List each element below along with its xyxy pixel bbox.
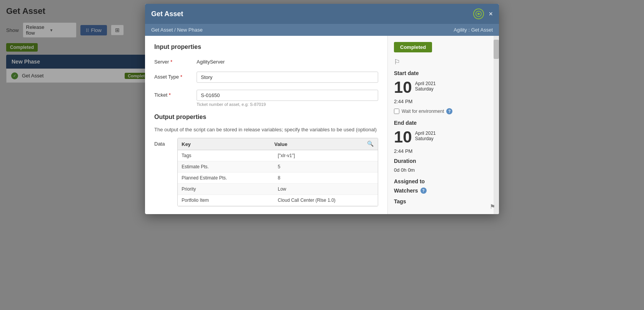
start-day: 10 [394,79,412,96]
asset-type-input[interactable] [197,72,378,83]
sidebar-scrollbar[interactable] [494,36,499,214]
dialog-breadcrumb: Get Asset / New Phase [151,27,203,33]
output-desc: The output of the script can be stored i… [154,127,378,132]
dialog-title: Get Asset [151,10,183,18]
ticket-hint: Ticket number of asset, e.g: S-87019 [197,102,378,107]
asset-type-label: Asset Type * [154,72,197,80]
wait-env-checkbox[interactable] [394,109,399,114]
table-cell-key: Tags [182,153,278,158]
server-required: * [170,59,172,65]
dialog-body: Input properties Server * AgilityServer … [145,36,499,214]
dialog: Get Asset × Get Asset / New Phase Agilit… [145,4,499,214]
table-cell-value: 5 [278,164,374,169]
wait-env-help-icon[interactable]: ? [446,108,452,114]
data-table-body: Tags ["xlr-v1"] Estimate Pts. 5 Planned … [178,150,378,206]
duration-title: Duration [394,158,493,164]
watchers-title: Watchers [394,188,418,194]
table-row: Portfolio Item Cloud Call Center (Rlse 1… [178,195,378,206]
value-column-header: Value [274,141,367,147]
table-cell-key: Planned Estimate Pts. [182,175,278,181]
start-month-year: April 2021 [415,81,436,86]
data-table-header: Key Value 🔍 [178,138,378,150]
end-month-year: April 2021 [415,131,436,136]
close-button[interactable]: × [489,10,493,17]
table-cell-key: Priority [182,186,278,192]
table-row: Planned Estimate Pts. 8 [178,173,378,184]
asset-type-field-row: Asset Type * [154,72,378,83]
start-date-display: 10 April 2021 Saturday [394,79,493,96]
ticket-input[interactable] [197,90,378,101]
dialog-header-right: × [473,8,493,19]
wait-env-row: Wait for environment ? [394,108,493,114]
start-date-title: Start date [394,70,493,76]
footer-flag-icon: ⚑ [490,203,495,210]
key-column-header: Key [182,141,274,147]
data-table-wrapper: Key Value 🔍 Tags ["xlr-v1"] Estimate Pts… [177,138,378,206]
end-date-meta: April 2021 Saturday [415,129,436,141]
server-field-row: Server * AgilityServer [154,57,378,65]
server-label: Server * [154,57,197,65]
dialog-sidebar: Completed ⚐ Start date 10 April 2021 Sat… [387,36,499,214]
table-cell-value: Cloud Call Center (Rlse 1.0) [278,198,374,203]
table-search-icon[interactable]: 🔍 [367,141,374,147]
tags-title: Tags [394,198,493,204]
flag-icon: ⚐ [394,58,493,66]
data-label: Data [154,138,174,147]
output-section-title: Output properties [154,114,378,121]
start-date-meta: April 2021 Saturday [415,79,436,92]
server-value: AgilityServer [197,57,225,65]
table-cell-key: Portfolio Item [182,198,278,203]
end-time: 2:44 PM [394,148,493,154]
wait-env-label: Wait for environment [402,109,444,114]
asset-type-required: * [180,74,182,80]
dialog-subheader: Get Asset / New Phase Agility : Get Asse… [145,24,499,36]
input-section-title: Input properties [154,44,378,50]
agility-logo [473,8,484,19]
data-table-container: Data Key Value 🔍 Tags ["xlr-v1"] Estimat… [154,138,378,206]
watchers-help-icon[interactable]: ? [420,188,427,194]
status-button[interactable]: Completed [394,42,432,52]
table-cell-value: 8 [278,175,374,181]
table-cell-value: Low [278,186,374,192]
end-day: 10 [394,129,412,145]
dialog-main: Input properties Server * AgilityServer … [145,36,387,214]
ticket-field-row: Ticket * Ticket number of asset, e.g: S-… [154,90,378,107]
sidebar-scrollbar-thumb[interactable] [494,40,499,59]
end-date-display: 10 April 2021 Saturday [394,129,493,145]
table-row: Tags ["xlr-v1"] [178,150,378,161]
table-row: Estimate Pts. 5 [178,161,378,173]
start-time: 2:44 PM [394,99,493,104]
table-cell-key: Estimate Pts. [182,164,278,169]
end-date-title: End date [394,120,493,126]
assigned-to-title: Assigned to [394,178,493,184]
table-row: Priority Low [178,184,378,195]
end-weekday: Saturday [415,136,436,141]
dialog-overlay: Get Asset × Get Asset / New Phase Agilit… [0,0,644,310]
output-section: Output properties The output of the scri… [154,114,378,206]
table-cell-value: ["xlr-v1"] [278,153,374,158]
agility-link[interactable]: Agility : Get Asset [454,27,493,33]
start-weekday: Saturday [415,86,436,92]
duration-value: 0d 0h 0m [394,167,493,173]
ticket-label: Ticket * [154,90,197,98]
ticket-required: * [169,92,171,98]
dialog-header: Get Asset × [145,4,499,24]
